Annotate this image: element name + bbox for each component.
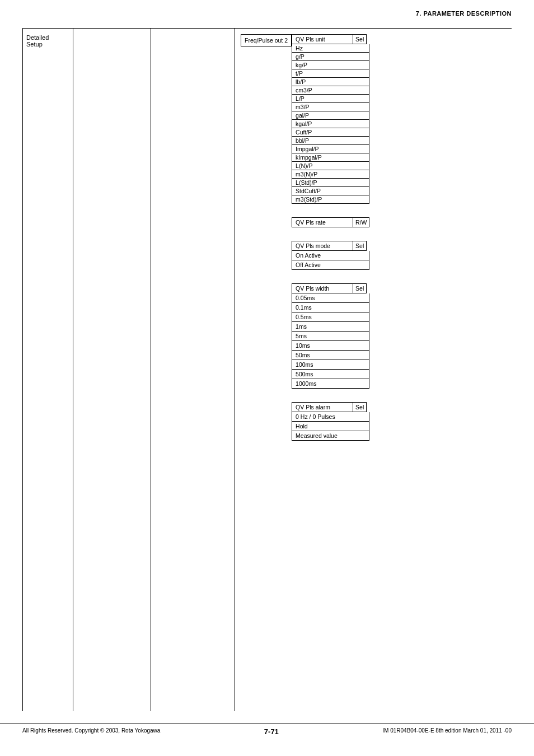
qv-pls-alarm-option-2: Measured value xyxy=(292,431,369,441)
qv-pls-unit-option-1: g/P xyxy=(292,53,369,61)
qv-pls-unit-option-15: m3(N)/P xyxy=(292,170,369,179)
qv-pls-alarm-option-0: 0 Hz / 0 Pulses xyxy=(292,412,369,422)
qv-pls-width-label: QV Pls width xyxy=(292,283,353,293)
sidebar-section: Detailed Setup xyxy=(22,28,235,711)
page-content: Detailed Setup Freq/Pulse out 2 xyxy=(0,22,534,711)
qv-pls-width-tag: Sel xyxy=(353,283,367,293)
qv-pls-width-option-2: 0.5ms xyxy=(292,312,369,322)
sidebar-col1: Detailed Setup xyxy=(23,29,73,711)
freq-pulse-label: Freq/Pulse out 2 xyxy=(241,34,292,46)
sidebar-col3 xyxy=(151,29,235,711)
qv-pls-unit-option-14: L(N)/P xyxy=(292,162,369,170)
qv-pls-alarm-label: QV Pls alarm xyxy=(292,402,353,412)
qv-pls-mode-tag: Sel xyxy=(353,241,367,251)
qv-pls-unit-header-row: QV Pls unit Sel xyxy=(292,34,369,44)
qv-pls-alarm-header-row: QV Pls alarm Sel xyxy=(292,402,369,412)
qv-pls-unit-option-5: cm3/P xyxy=(292,86,369,95)
qv-pls-unit-option-11: bbl/P xyxy=(292,137,369,145)
qv-pls-unit-tag: Sel xyxy=(353,34,367,44)
qv-pls-rate-row: QV Pls rate R/W xyxy=(292,217,369,227)
qv-pls-width-option-3: 1ms xyxy=(292,322,369,332)
qv-pls-rate-label: QV Pls rate xyxy=(292,217,353,227)
qv-pls-rate-block: QV Pls rate R/W xyxy=(292,217,369,227)
qv-pls-unit-option-7: m3/P xyxy=(292,103,369,111)
qv-pls-width-option-9: 1000ms xyxy=(292,379,369,389)
qv-pls-alarm-tag: Sel xyxy=(353,402,367,412)
spacer1 xyxy=(292,212,369,217)
qv-pls-unit-option-13: kImpgal/P xyxy=(292,153,369,162)
qv-pls-unit-options: Hzg/Pkg/Pt/Plb/Pcm3/PL/Pm3/Pgal/Pkgal/PC… xyxy=(292,44,369,204)
page-header: 7. PARAMETER DESCRIPTION xyxy=(0,0,534,22)
qv-pls-unit-option-16: L(Std)/P xyxy=(292,179,369,187)
main-inner: Freq/Pulse out 2 QV Pls unit Sel xyxy=(235,29,512,449)
qv-pls-mode-block: QV Pls mode Sel On ActiveOff Active xyxy=(292,241,369,270)
qv-pls-mode-label: QV Pls mode xyxy=(292,241,353,251)
qv-pls-width-option-8: 500ms xyxy=(292,370,369,379)
qv-pls-unit-option-10: Cuft/P xyxy=(292,128,369,137)
qv-pls-unit-option-12: Impgal/P xyxy=(292,145,369,153)
params-column: QV Pls unit Sel Hzg/Pkg/Pt/Plb/Pcm3/PL/P… xyxy=(292,34,369,449)
qv-pls-mode-option-1: Off Active xyxy=(292,260,369,270)
spacer2 xyxy=(292,235,369,241)
content-wrapper: Freq/Pulse out 2 QV Pls unit Sel xyxy=(241,34,369,449)
qv-pls-width-header-row: QV Pls width Sel xyxy=(292,283,369,293)
qv-pls-width-option-1: 0.1ms xyxy=(292,303,369,312)
qv-pls-mode-options: On ActiveOff Active xyxy=(292,251,369,270)
qv-pls-width-option-7: 100ms xyxy=(292,360,369,370)
qv-pls-width-options: 0.05ms0.1ms0.5ms1ms5ms10ms50ms100ms500ms… xyxy=(292,293,369,389)
qv-pls-unit-block: QV Pls unit Sel Hzg/Pkg/Pt/Plb/Pcm3/PL/P… xyxy=(292,34,369,204)
qv-pls-width-option-4: 5ms xyxy=(292,332,369,341)
qv-pls-rate-tag: R/W xyxy=(353,217,369,227)
page-footer: All Rights Reserved. Copyright © 2003, R… xyxy=(0,724,534,739)
qv-pls-mode-header-row: QV Pls mode Sel xyxy=(292,241,369,251)
qv-pls-unit-label: QV Pls unit xyxy=(292,34,353,44)
qv-pls-width-block: QV Pls width Sel 0.05ms0.1ms0.5ms1ms5ms1… xyxy=(292,283,369,389)
footer-right: IM 01R04B04-00E-E 8th edition March 01, … xyxy=(382,727,512,736)
qv-pls-unit-option-9: kgal/P xyxy=(292,120,369,128)
qv-pls-alarm-options: 0 Hz / 0 PulsesHoldMeasured value xyxy=(292,412,369,441)
qv-pls-alarm-option-1: Hold xyxy=(292,422,369,431)
spacer3 xyxy=(292,278,369,283)
qv-pls-unit-option-4: lb/P xyxy=(292,78,369,86)
qv-pls-mode-option-0: On Active xyxy=(292,251,369,260)
header-title: 7. PARAMETER DESCRIPTION xyxy=(416,10,512,17)
qv-pls-alarm-block: QV Pls alarm Sel 0 Hz / 0 PulsesHoldMeas… xyxy=(292,402,369,441)
qv-pls-unit-option-18: m3(Std)/P xyxy=(292,195,369,204)
footer-left: All Rights Reserved. Copyright © 2003, R… xyxy=(22,727,160,736)
detailed-setup-label: Detailed Setup xyxy=(26,34,69,48)
main-section: Freq/Pulse out 2 QV Pls unit Sel xyxy=(235,28,512,711)
qv-pls-unit-option-0: Hz xyxy=(292,44,369,53)
qv-pls-width-option-0: 0.05ms xyxy=(292,293,369,303)
qv-pls-unit-option-6: L/P xyxy=(292,95,369,103)
spacer4 xyxy=(292,396,369,402)
qv-pls-unit-option-3: t/P xyxy=(292,69,369,78)
qv-pls-unit-option-17: StdCuft/P xyxy=(292,187,369,195)
qv-pls-unit-option-2: kg/P xyxy=(292,61,369,69)
footer-center: 7-71 xyxy=(264,727,279,736)
sidebar-col2 xyxy=(73,29,152,711)
qv-pls-unit-option-8: gal/P xyxy=(292,111,369,120)
qv-pls-width-option-5: 10ms xyxy=(292,341,369,351)
qv-pls-width-option-6: 50ms xyxy=(292,351,369,360)
